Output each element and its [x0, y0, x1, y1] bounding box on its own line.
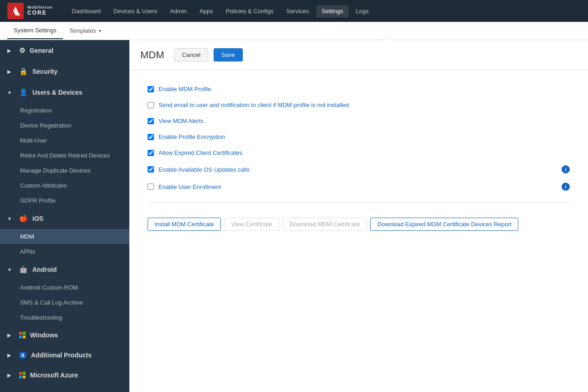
nav-admin[interactable]: Admin — [164, 5, 192, 17]
chevron-right-icon: ▶ — [7, 373, 13, 378]
setting-row-enable-mdm-profile: Enable MDM Profile — [148, 81, 570, 97]
sidebar-additional-products-label: Additional Products — [31, 351, 92, 359]
chevron-right-icon: ▶ — [7, 48, 13, 53]
nav-apps[interactable]: Apps — [194, 5, 219, 17]
chevron-right-icon: ▶ — [7, 333, 13, 338]
checkbox-enable-profile-encryption[interactable] — [148, 134, 154, 140]
sidebar-item-gdpr-profile[interactable]: GDPR Profile — [0, 193, 129, 208]
sidebar-general-label: General — [30, 47, 53, 54]
save-button[interactable]: Save — [214, 48, 243, 61]
sidebar-android-label: Android — [32, 266, 57, 273]
main-content: MDM Cancel Save Enable MDM Profile Send … — [129, 40, 588, 392]
chevron-down-icon: ▼ — [7, 216, 13, 221]
divider — [148, 203, 570, 203]
sidebar-item-mdm[interactable]: MDM — [0, 229, 129, 244]
sidebar-security-label: Security — [32, 68, 57, 75]
sidebar-item-android-custom-rom[interactable]: Android Custom ROM — [0, 280, 129, 295]
label-enable-profile-encryption[interactable]: Enable Profile Encryption — [159, 133, 225, 140]
sidebar-section-ios[interactable]: ▼ 🍎 iOS — [0, 208, 129, 229]
download-expired-cert-button[interactable]: Download Expired MDM Certificate Devices… — [370, 218, 518, 231]
cert-buttons-row: Install MDM Certificate View Certificate… — [148, 210, 570, 238]
sidebar-item-sms-call-log[interactable]: SMS & Call Log Archive — [0, 295, 129, 310]
windows-icon — [19, 332, 26, 338]
label-view-mdm-alerts[interactable]: View MDM Alerts — [159, 117, 204, 124]
additional-products-icon: A — [19, 351, 26, 359]
sidebar-section-general[interactable]: ▶ ⚙ General — [0, 40, 129, 61]
setting-row-enable-os-updates: Enable Available OS Updates calls i — [148, 161, 570, 178]
cancel-button[interactable]: Cancel — [174, 48, 208, 61]
checkbox-view-mdm-alerts[interactable] — [148, 118, 154, 124]
gear-icon: ⚙ — [19, 46, 25, 55]
sidebar-users-devices-label: Users & Devices — [32, 89, 82, 96]
sidebar-item-custom-attributes[interactable]: Custom Attributes — [0, 178, 129, 193]
nav-services[interactable]: Services — [281, 5, 314, 17]
logo-area: MobileIron CORE — [7, 3, 53, 19]
chevron-right-icon: ▶ — [7, 69, 13, 74]
top-navigation: MobileIron CORE Dashboard Devices & User… — [0, 0, 588, 22]
sidebar-section-microsoft-azure[interactable]: ▶ Microsoft Azure — [0, 365, 129, 385]
sidebar-ios-label: iOS — [32, 215, 43, 222]
sidebar-item-registration[interactable]: Registration — [0, 103, 129, 118]
view-certificate-button[interactable]: View Certificate — [225, 218, 279, 231]
user-icon: 👤 — [19, 88, 28, 97]
label-send-email[interactable]: Send email to user and notification to c… — [159, 102, 349, 108]
info-icon-os-updates[interactable]: i — [562, 165, 570, 173]
sidebar-item-troubleshooting[interactable]: Troubleshooting — [0, 310, 129, 325]
sidebar-item-device-registration[interactable]: Device Registration — [0, 118, 129, 133]
chevron-down-icon: ▼ — [98, 29, 102, 33]
sidebar-item-apns[interactable]: APNs — [0, 244, 129, 259]
info-icon-user-enrollment[interactable]: i — [562, 183, 570, 191]
lock-icon: 🔒 — [19, 67, 28, 76]
sidebar-section-windows[interactable]: ▶ Windows — [0, 325, 129, 345]
checkbox-enable-mdm-profile[interactable] — [148, 86, 154, 92]
setting-row-enable-user-enrollment: Enable User Enrollment i — [148, 178, 570, 195]
sidebar-users-devices-children: Registration Device Registration Multi-U… — [0, 103, 129, 208]
sub-navigation: System Settings Templates ▼ — [0, 22, 588, 40]
nav-devices-users[interactable]: Devices & Users — [108, 5, 163, 17]
main-layout: ▶ ⚙ General ▶ 🔒 Security ▼ 👤 Users & Dev… — [0, 40, 588, 392]
nav-indicator-inner — [384, 37, 390, 40]
setting-row-allow-expired-certs: Allow Expired Client Certificates — [148, 145, 570, 161]
download-mdm-cert-button[interactable]: Download MDM Certificate — [283, 218, 367, 231]
chevron-right-icon: ▶ — [7, 353, 13, 358]
chevron-down-icon: ▼ — [7, 267, 13, 272]
label-enable-mdm-profile[interactable]: Enable MDM Profile — [159, 86, 211, 92]
install-mdm-cert-button[interactable]: Install MDM Certificate — [148, 218, 221, 231]
sidebar-android-children: Android Custom ROM SMS & Call Log Archiv… — [0, 280, 129, 325]
sidebar-section-additional-products[interactable]: ▶ A Additional Products — [0, 345, 129, 365]
android-icon: 🤖 — [19, 265, 28, 274]
sidebar-ios-children: MDM APNs — [0, 229, 129, 259]
sidebar-item-multi-user[interactable]: Multi-User — [0, 133, 129, 148]
nav-logs[interactable]: Logs — [350, 5, 374, 17]
label-enable-user-enrollment[interactable]: Enable User Enrollment — [159, 183, 221, 190]
nav-settings[interactable]: Settings — [316, 5, 348, 17]
nav-links: Dashboard Devices & Users Admin Apps Pol… — [66, 5, 581, 17]
label-allow-expired-certs[interactable]: Allow Expired Client Certificates — [159, 149, 242, 156]
checkbox-enable-os-updates[interactable] — [148, 166, 154, 173]
sidebar-section-security[interactable]: ▶ 🔒 Security — [0, 61, 129, 82]
settings-content: Enable MDM Profile Send email to user an… — [129, 70, 588, 249]
label-enable-os-updates[interactable]: Enable Available OS Updates calls — [159, 166, 250, 173]
sidebar-section-android[interactable]: ▼ 🤖 Android — [0, 259, 129, 280]
setting-row-enable-profile-encryption: Enable Profile Encryption — [148, 129, 570, 145]
sidebar-azure-label: Microsoft Azure — [30, 372, 78, 379]
subnav-templates-dropdown[interactable]: Templates ▼ — [63, 23, 108, 39]
mobileiron-logo — [7, 3, 24, 19]
chevron-down-icon: ▼ — [7, 90, 13, 95]
sidebar-item-manage-duplicate[interactable]: Manage Duplicate Devices — [0, 163, 129, 178]
nav-dashboard[interactable]: Dashboard — [66, 5, 107, 17]
sidebar: ▶ ⚙ General ▶ 🔒 Security ▼ 👤 Users & Dev… — [0, 40, 129, 392]
setting-row-view-mdm-alerts: View MDM Alerts — [148, 113, 570, 129]
sidebar-section-users-devices[interactable]: ▼ 👤 Users & Devices — [0, 82, 129, 103]
checkbox-enable-user-enrollment[interactable] — [148, 183, 154, 190]
setting-row-send-email: Send email to user and notification to c… — [148, 97, 570, 113]
nav-policies-configs[interactable]: Policies & Configs — [220, 5, 279, 17]
checkbox-allow-expired-certs[interactable] — [148, 150, 154, 156]
sidebar-windows-label: Windows — [30, 331, 58, 339]
page-title: MDM — [140, 49, 164, 61]
azure-icon — [19, 372, 26, 378]
subnav-system-settings[interactable]: System Settings — [7, 22, 63, 39]
sidebar-item-retire-delete[interactable]: Retire And Delete Retired Devices — [0, 148, 129, 163]
checkbox-send-email[interactable] — [148, 102, 154, 108]
apple-icon: 🍎 — [19, 214, 28, 223]
